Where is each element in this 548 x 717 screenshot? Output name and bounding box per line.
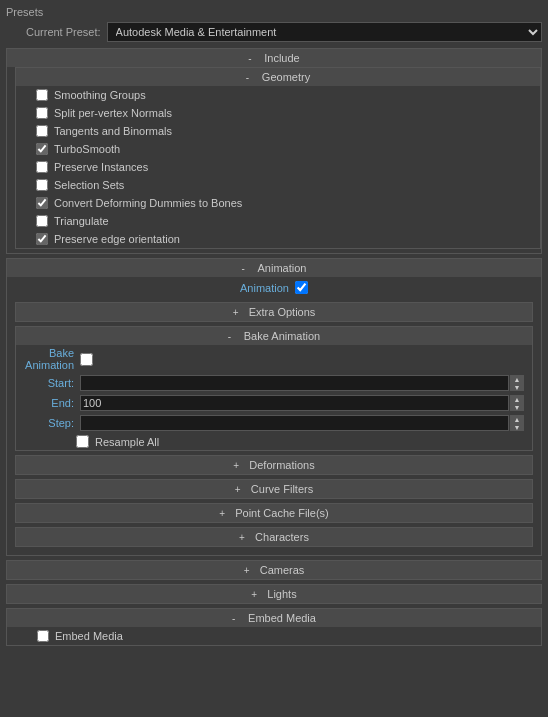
selection-sets-label: Selection Sets xyxy=(54,179,124,191)
include-title: Include xyxy=(264,52,299,64)
bake-step-input-container: ▲ ▼ xyxy=(80,415,524,431)
animation-label: Animation xyxy=(240,282,289,294)
extra-options-header[interactable]: + Extra Options xyxy=(16,303,532,321)
split-normals-label: Split per-vertex Normals xyxy=(54,107,172,119)
characters-toggle: + xyxy=(239,532,249,543)
extra-options-title: Extra Options xyxy=(249,306,316,318)
turbosmooth-row: TurboSmooth xyxy=(16,140,540,158)
point-cache-header[interactable]: + Point Cache File(s) xyxy=(16,504,532,522)
bake-animation-section: - Bake Animation Bake Animation Start: ▲ xyxy=(15,326,533,451)
include-header[interactable]: - Include xyxy=(7,49,541,67)
deformations-toggle: + xyxy=(233,460,243,471)
deformations-header[interactable]: + Deformations xyxy=(16,456,532,474)
bake-step-input[interactable] xyxy=(80,415,509,431)
animation-toggle: - xyxy=(242,263,252,274)
bake-start-label: Start: xyxy=(24,377,74,389)
embed-media-checkbox-row: Embed Media xyxy=(7,627,541,645)
bake-start-down-btn[interactable]: ▼ xyxy=(510,383,524,391)
main-container: Presets Current Preset: Autodesk Media &… xyxy=(0,0,548,656)
preserve-instances-label: Preserve Instances xyxy=(54,161,148,173)
bake-end-label: End: xyxy=(24,397,74,409)
bake-checkbox-label: Bake Animation xyxy=(24,347,74,371)
bake-animation-toggle: - xyxy=(228,331,238,342)
animation-checkbox[interactable] xyxy=(295,281,308,294)
cameras-header[interactable]: + Cameras xyxy=(7,561,541,579)
bake-step-label: Step: xyxy=(24,417,74,429)
bake-animation-header[interactable]: - Bake Animation xyxy=(16,327,532,345)
animation-header[interactable]: - Animation xyxy=(7,259,541,277)
animation-inner: + Extra Options - Bake Animation Bake An… xyxy=(7,298,541,555)
current-preset-label: Current Preset: xyxy=(26,26,101,38)
cameras-toggle: + xyxy=(244,565,254,576)
point-cache-section: + Point Cache File(s) xyxy=(15,503,533,523)
characters-header[interactable]: + Characters xyxy=(16,528,532,546)
bake-end-input-container: ▲ ▼ xyxy=(80,395,524,411)
bake-checkbox[interactable] xyxy=(80,353,93,366)
embed-media-title: Embed Media xyxy=(248,612,316,624)
cameras-section: + Cameras xyxy=(6,560,542,580)
bake-end-down-btn[interactable]: ▼ xyxy=(510,403,524,411)
current-preset-row: Current Preset: Autodesk Media & Enterta… xyxy=(6,22,542,42)
embed-media-header[interactable]: - Embed Media xyxy=(7,609,541,627)
cameras-title: Cameras xyxy=(260,564,305,576)
tangents-row: Tangents and Binormals xyxy=(16,122,540,140)
geometry-header[interactable]: - Geometry xyxy=(16,68,540,86)
bake-checkbox-row: Bake Animation xyxy=(16,345,532,373)
resample-row: Resample All xyxy=(16,433,532,450)
convert-dummies-checkbox[interactable] xyxy=(36,197,48,209)
smoothing-groups-label: Smoothing Groups xyxy=(54,89,146,101)
geometry-toggle: - xyxy=(246,72,256,83)
point-cache-toggle: + xyxy=(219,508,229,519)
resample-label: Resample All xyxy=(95,436,159,448)
turbosmooth-label: TurboSmooth xyxy=(54,143,120,155)
animation-checkbox-row: Animation xyxy=(7,277,541,298)
lights-header[interactable]: + Lights xyxy=(7,585,541,603)
selection-sets-row: Selection Sets xyxy=(16,176,540,194)
bake-start-input-container: ▲ ▼ xyxy=(80,375,524,391)
geometry-title: Geometry xyxy=(262,71,310,83)
bake-end-spinners: ▲ ▼ xyxy=(510,395,524,411)
bake-end-row: End: ▲ ▼ xyxy=(16,393,532,413)
tangents-label: Tangents and Binormals xyxy=(54,125,172,137)
smoothing-groups-checkbox[interactable] xyxy=(36,89,48,101)
bake-end-input[interactable] xyxy=(80,395,509,411)
animation-section: - Animation Animation + Extra Options - … xyxy=(6,258,542,556)
convert-dummies-row: Convert Deforming Dummies to Bones xyxy=(16,194,540,212)
bake-start-spinners: ▲ ▼ xyxy=(510,375,524,391)
curve-filters-section: + Curve Filters xyxy=(15,479,533,499)
triangulate-checkbox[interactable] xyxy=(36,215,48,227)
curve-filters-header[interactable]: + Curve Filters xyxy=(16,480,532,498)
bake-start-input[interactable] xyxy=(80,375,509,391)
preserve-edge-label: Preserve edge orientation xyxy=(54,233,180,245)
resample-checkbox[interactable] xyxy=(76,435,89,448)
selection-sets-checkbox[interactable] xyxy=(36,179,48,191)
split-normals-checkbox[interactable] xyxy=(36,107,48,119)
preset-select[interactable]: Autodesk Media & Entertainment xyxy=(107,22,542,42)
curve-filters-title: Curve Filters xyxy=(251,483,313,495)
embed-media-checkbox[interactable] xyxy=(37,630,49,642)
lights-toggle: + xyxy=(251,589,261,600)
bake-step-up-btn[interactable]: ▲ xyxy=(510,415,524,423)
characters-title: Characters xyxy=(255,531,309,543)
preserve-edge-row: Preserve edge orientation xyxy=(16,230,540,248)
bake-start-row: Start: ▲ ▼ xyxy=(16,373,532,393)
tangents-checkbox[interactable] xyxy=(36,125,48,137)
bake-end-up-btn[interactable]: ▲ xyxy=(510,395,524,403)
preserve-instances-row: Preserve Instances xyxy=(16,158,540,176)
bake-step-down-btn[interactable]: ▼ xyxy=(510,423,524,431)
characters-section: + Characters xyxy=(15,527,533,547)
curve-filters-toggle: + xyxy=(235,484,245,495)
include-toggle: - xyxy=(248,53,258,64)
preserve-edge-checkbox[interactable] xyxy=(36,233,48,245)
extra-options-section: + Extra Options xyxy=(15,302,533,322)
preserve-instances-checkbox[interactable] xyxy=(36,161,48,173)
embed-media-section: - Embed Media Embed Media xyxy=(6,608,542,646)
bake-start-up-btn[interactable]: ▲ xyxy=(510,375,524,383)
lights-title: Lights xyxy=(267,588,296,600)
geometry-content: Smoothing Groups Split per-vertex Normal… xyxy=(16,86,540,248)
turbosmooth-checkbox[interactable] xyxy=(36,143,48,155)
geometry-section: - Geometry Smoothing Groups Split per-ve… xyxy=(15,67,541,249)
point-cache-title: Point Cache File(s) xyxy=(235,507,329,519)
triangulate-label: Triangulate xyxy=(54,215,109,227)
bake-step-spinners: ▲ ▼ xyxy=(510,415,524,431)
